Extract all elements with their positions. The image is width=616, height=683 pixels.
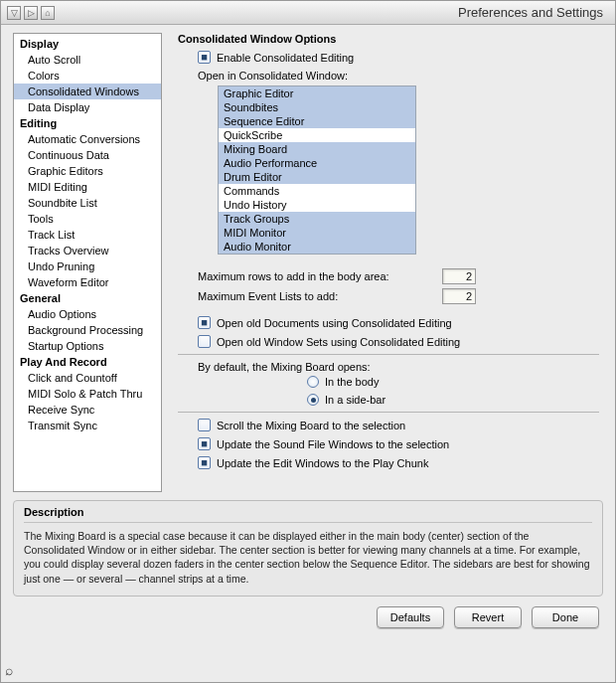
open-list-item[interactable]: Graphic Editor — [219, 86, 415, 100]
open-in-listbox[interactable]: Graphic EditorSoundbitesSequence EditorQ… — [218, 85, 416, 255]
open-list-item[interactable]: Audio Performance — [219, 156, 415, 170]
old-docs-label: Open old Documents using Consolidated Ed… — [217, 317, 452, 329]
description-block: Description The Mixing Board is a specia… — [13, 500, 603, 597]
sidebar-item[interactable]: MIDI Editing — [14, 179, 161, 195]
magnifier-icon: ⌕ — [5, 662, 13, 678]
window-title: Preferences and Settings — [458, 5, 609, 20]
enable-consolidated-row: ■ Enable Consolidated Editing — [198, 51, 599, 64]
mix-body-row: In the body — [307, 376, 599, 388]
sidebar-item[interactable]: Data Display — [14, 99, 161, 115]
options-panel: Consolidated Window Options ■ Enable Con… — [174, 25, 603, 492]
update-sf-label: Update the Sound File Windows to the sel… — [217, 438, 449, 450]
sidebar-item[interactable]: Transmit Sync — [14, 418, 161, 433]
max-rows-field[interactable] — [442, 268, 476, 284]
open-list-item[interactable]: Undo History — [219, 198, 415, 212]
update-sf-checkbox[interactable]: ■ — [198, 437, 211, 450]
scroll-mix-label: Scroll the Mixing Board to the selection — [217, 420, 405, 431]
preferences-window: ▽ ▷ ⌂ Preferences and Settings DisplayAu… — [0, 0, 616, 683]
sidebar-item[interactable]: Graphic Editors — [14, 163, 161, 179]
mix-default-label: By default, the Mixing Board opens: — [198, 361, 599, 373]
done-button[interactable]: Done — [532, 606, 599, 628]
mix-sidebar-row: In a side-bar — [307, 394, 599, 406]
open-in-label: Open in Consolidated Window: — [198, 70, 599, 82]
sidebar-item[interactable]: Undo Pruning — [14, 258, 161, 274]
old-sets-row: ■ Open old Window Sets using Consolidate… — [198, 335, 599, 348]
scroll-mix-checkbox[interactable]: ■ — [198, 419, 211, 431]
close-window-button[interactable]: ▽ — [7, 6, 21, 20]
sidebar-item[interactable]: Auto Scroll — [14, 52, 161, 68]
update-edit-row: ■ Update the Edit Windows to the Play Ch… — [198, 456, 599, 469]
max-lists-field[interactable] — [442, 288, 476, 304]
open-list-wrap: Graphic EditorSoundbitesSequence EditorQ… — [218, 85, 599, 255]
mix-sidebar-label: In a side-bar — [325, 394, 385, 406]
description-divider — [24, 522, 592, 523]
panel-heading: Consolidated Window Options — [178, 33, 599, 45]
open-list-item[interactable]: QuickScribe — [219, 128, 415, 142]
old-docs-row: ■ Open old Documents using Consolidated … — [198, 316, 599, 329]
update-sf-row: ■ Update the Sound File Windows to the s… — [198, 437, 599, 450]
upper-area: DisplayAuto ScrollColorsConsolidated Win… — [13, 25, 603, 492]
open-list-item[interactable]: Soundbites — [219, 100, 415, 114]
sidebar-item[interactable]: Background Processing — [14, 322, 161, 338]
open-list-item[interactable]: Commands — [219, 184, 415, 198]
open-list-item[interactable]: Drum Editor — [219, 170, 415, 184]
sidebar-item[interactable]: MIDI Solo & Patch Thru — [14, 386, 161, 402]
category-sidebar[interactable]: DisplayAuto ScrollColorsConsolidated Win… — [13, 33, 162, 492]
sidebar-item[interactable]: Waveform Editor — [14, 274, 161, 290]
description-text: The Mixing Board is a special case becau… — [24, 529, 592, 586]
defaults-button[interactable]: Defaults — [377, 606, 444, 628]
content: DisplayAuto ScrollColorsConsolidated Win… — [1, 25, 615, 682]
revert-button[interactable]: Revert — [454, 606, 522, 628]
scroll-mix-row: ■ Scroll the Mixing Board to the selecti… — [198, 419, 599, 431]
sidebar-category: General — [14, 290, 161, 306]
sidebar-category: Display — [14, 36, 161, 52]
sidebar-item[interactable]: Track List — [14, 227, 161, 243]
old-sets-checkbox[interactable]: ■ — [198, 335, 211, 348]
titlebar: ▽ ▷ ⌂ Preferences and Settings — [1, 1, 615, 25]
sidebar-item[interactable]: Automatic Conversions — [14, 131, 161, 147]
sidebar-item[interactable]: Tracks Overview — [14, 243, 161, 258]
mix-body-radio[interactable] — [307, 376, 319, 388]
update-edit-checkbox[interactable]: ■ — [198, 456, 211, 469]
sidebar-item[interactable]: Consolidated Windows — [14, 84, 161, 99]
sidebar-category: Play And Record — [14, 354, 161, 370]
open-list-item[interactable]: MIDI Monitor — [219, 226, 415, 240]
old-sets-label: Open old Window Sets using Consolidated … — [217, 336, 460, 348]
button-bar: Defaults Revert Done — [13, 597, 603, 632]
minimize-window-button[interactable]: ▷ — [24, 6, 38, 20]
enable-consolidated-label: Enable Consolidated Editing — [217, 52, 354, 64]
mix-sidebar-radio[interactable] — [307, 394, 319, 406]
max-lists-label: Maximum Event Lists to add: — [198, 290, 432, 302]
open-list-item[interactable]: Audio Monitor — [219, 240, 415, 254]
sidebar-item[interactable]: Receive Sync — [14, 402, 161, 418]
open-list-item[interactable]: Track Groups — [219, 212, 415, 226]
sidebar-category: Editing — [14, 115, 161, 131]
old-docs-checkbox[interactable]: ■ — [198, 316, 211, 329]
description-title: Description — [24, 506, 592, 518]
sidebar-item[interactable]: Colors — [14, 68, 161, 84]
sidebar-item[interactable]: Audio Options — [14, 306, 161, 322]
enable-consolidated-checkbox[interactable]: ■ — [198, 51, 211, 64]
max-lists-row: Maximum Event Lists to add: — [198, 288, 599, 304]
zoom-window-button[interactable]: ⌂ — [41, 6, 55, 20]
max-rows-label: Maximum rows to add in the body area: — [198, 270, 432, 282]
max-rows-row: Maximum rows to add in the body area: — [198, 268, 599, 284]
mix-body-label: In the body — [325, 376, 379, 388]
sidebar-item[interactable]: Startup Options — [14, 338, 161, 354]
sidebar-item[interactable]: Tools — [14, 211, 161, 227]
sidebar-item[interactable]: Continuous Data — [14, 147, 161, 163]
open-list-item[interactable]: Mixing Board — [219, 142, 415, 156]
open-list-item[interactable]: Sequence Editor — [219, 114, 415, 128]
sidebar-item[interactable]: Click and Countoff — [14, 370, 161, 386]
sidebar-item[interactable]: Soundbite List — [14, 195, 161, 211]
update-edit-label: Update the Edit Windows to the Play Chun… — [217, 457, 428, 469]
